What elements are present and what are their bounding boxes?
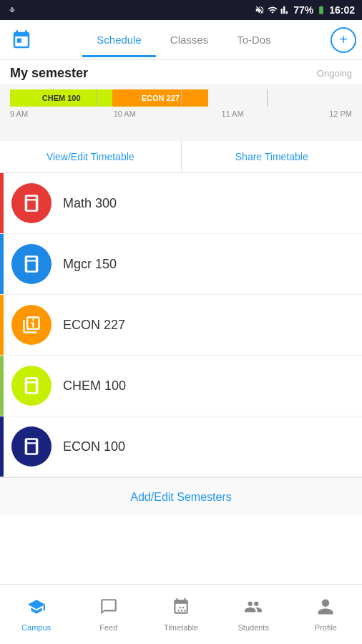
color-bar-econ100 [0, 416, 4, 477]
divider-3 [267, 89, 268, 107]
status-right: 77% 16:02 [255, 4, 355, 16]
bottom-nav-feed[interactable]: Feed [72, 592, 145, 638]
graduation-cap-icon [27, 597, 46, 620]
clock: 16:02 [329, 4, 355, 16]
timeline-track: CHEM 100 ECON 227 [10, 89, 352, 107]
campus-label: Campus [21, 623, 51, 632]
time-11am: 11 AM [221, 109, 243, 118]
add-button[interactable]: + [331, 27, 356, 53]
add-edit-semesters-button[interactable]: Add/Edit Semesters [0, 477, 362, 517]
course-item-chem100[interactable]: CHEM 100 [0, 356, 362, 416]
timetable-label: Timetable [164, 623, 198, 632]
students-icon [244, 597, 263, 620]
semester-title: My semester [10, 66, 88, 81]
bottom-nav-students[interactable]: Students [217, 592, 290, 638]
bottom-nav-timetable[interactable]: Timetable [145, 592, 217, 638]
time-9am: 9 AM [10, 109, 28, 118]
tab-schedule[interactable]: Schedule [82, 28, 156, 52]
course-icon-econ100 [11, 426, 52, 467]
timetable-icon-svg [172, 597, 190, 616]
course-name-econ100: ECON 100 [63, 439, 125, 454]
feed-label: Feed [99, 623, 117, 632]
schedule-icon-btn[interactable] [6, 24, 37, 56]
timeline-container: CHEM 100 ECON 227 9 AM 10 AM 11 AM 12 PM [0, 84, 362, 141]
course-icon-mgcr150 [11, 244, 52, 284]
battery-level: 77% [293, 4, 313, 16]
divider-1 [96, 89, 97, 107]
view-edit-timetable-button[interactable]: View/Edit Timetable [0, 141, 182, 172]
nav-tabs: Schedule Classes To-Dos [37, 28, 331, 52]
mute-icon [255, 5, 265, 15]
color-bar-econ227 [0, 295, 4, 355]
battery-icon [316, 5, 326, 15]
bottom-nav: Campus Feed Timetable Students [0, 584, 362, 644]
content-area: My semester Ongoing CHEM 100 ECON 227 9 … [0, 60, 362, 584]
course-icon-chem100 [11, 366, 52, 406]
course-name-math300: Math 300 [63, 196, 117, 211]
course-list: Math 300 Mgcr 150 ECON 227 [0, 173, 362, 477]
bottom-nav-campus[interactable]: Campus [0, 592, 72, 638]
books-icon-econ227 [21, 315, 41, 335]
time-labels: 9 AM 10 AM 11 AM 12 PM [10, 107, 352, 118]
profile-label: Profile [315, 623, 337, 632]
divider-2 [181, 89, 182, 107]
tab-todos[interactable]: To-Dos [222, 28, 285, 52]
feed-icon-svg [99, 597, 118, 616]
usb-icon [7, 5, 17, 15]
status-left [7, 5, 17, 15]
course-item-econ227[interactable]: ECON 227 [0, 295, 362, 356]
course-name-chem100: CHEM 100 [63, 379, 126, 394]
students-label: Students [238, 623, 269, 632]
color-bar-mgcr150 [0, 234, 4, 294]
course-icon-econ227 [11, 305, 52, 345]
course-icon-math300 [11, 183, 52, 223]
wifi-icon [268, 5, 278, 15]
color-bar-math300 [0, 173, 4, 233]
bottom-nav-profile[interactable]: Profile [290, 592, 362, 638]
students-icon-svg [244, 597, 263, 616]
status-bar: 77% 16:02 [0, 0, 362, 20]
course-item-econ100[interactable]: ECON 100 [0, 416, 362, 477]
notebook-icon-chem100 [21, 376, 41, 396]
notebook-icon-math300 [21, 193, 41, 213]
course-name-mgcr150: Mgcr 150 [63, 257, 117, 272]
calendar-check-icon [172, 597, 190, 620]
signal-icon [280, 5, 290, 15]
profile-icon-svg [316, 597, 335, 616]
share-timetable-button[interactable]: Share Timetable [182, 141, 363, 172]
ongoing-badge: Ongoing [317, 68, 352, 79]
campus-icon-svg [27, 597, 46, 616]
chat-bubble-icon [99, 597, 118, 620]
timetable-actions: View/Edit Timetable Share Timetable [0, 141, 362, 173]
color-bar-chem100 [0, 356, 4, 416]
course-name-econ227: ECON 227 [63, 318, 125, 333]
semester-header: My semester Ongoing [0, 60, 362, 84]
tab-classes[interactable]: Classes [156, 28, 222, 52]
econ-bar: ECON 227 [112, 89, 208, 107]
course-item-mgcr150[interactable]: Mgcr 150 [0, 234, 362, 295]
top-nav: Schedule Classes To-Dos + [0, 20, 362, 60]
notebook-icon-mgcr150 [21, 254, 41, 274]
time-10am: 10 AM [114, 109, 136, 118]
time-12pm: 12 PM [329, 109, 352, 118]
notebook-icon-econ100 [21, 436, 41, 457]
person-icon [316, 597, 335, 620]
chem-bar: CHEM 100 [10, 89, 112, 107]
course-item-math300[interactable]: Math 300 [0, 173, 362, 234]
calendar-icon [11, 29, 32, 51]
